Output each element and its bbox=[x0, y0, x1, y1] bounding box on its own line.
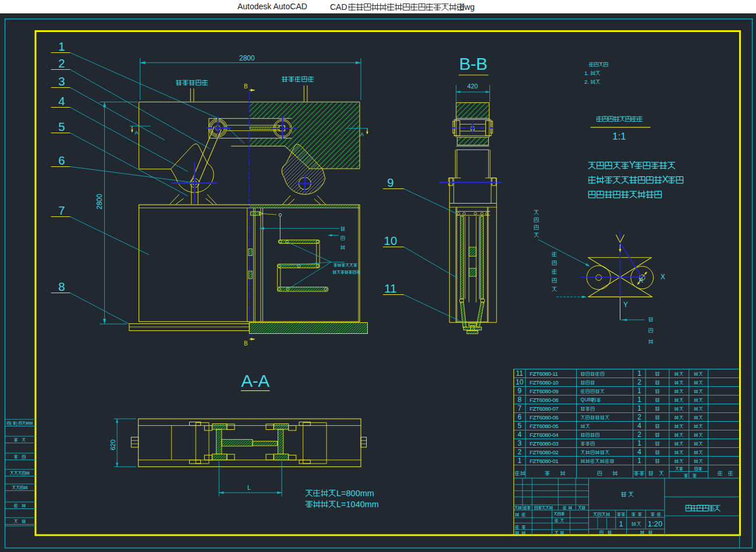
svg-text:10: 10 bbox=[516, 378, 524, 386]
svg-text:): ) bbox=[16, 421, 17, 426]
svg-text:.dwg: .dwg bbox=[457, 2, 475, 12]
svg-text:2: 2 bbox=[58, 56, 65, 70]
svg-text:1: 1 bbox=[637, 457, 641, 465]
svg-text:4: 4 bbox=[517, 430, 521, 439]
svg-text:FZT6080-04: FZT6080-04 bbox=[530, 432, 559, 438]
svg-text:4: 4 bbox=[637, 422, 641, 430]
svg-text:2800: 2800 bbox=[239, 54, 255, 62]
svg-text:Y: Y bbox=[629, 160, 636, 170]
svg-text:B: B bbox=[244, 340, 248, 347]
svg-text:1:20: 1:20 bbox=[648, 519, 662, 528]
svg-text:6: 6 bbox=[58, 154, 65, 167]
svg-text:1: 1 bbox=[619, 519, 623, 528]
svg-text:3: 3 bbox=[517, 439, 521, 447]
svg-text:1: 1 bbox=[637, 439, 641, 447]
svg-text:2800: 2800 bbox=[95, 194, 104, 209]
svg-text:1: 1 bbox=[58, 40, 65, 53]
svg-text:620: 620 bbox=[109, 440, 116, 450]
svg-text:7: 7 bbox=[517, 404, 521, 412]
svg-text:FZT6080-11: FZT6080-11 bbox=[530, 371, 558, 377]
svg-text:L: L bbox=[247, 484, 251, 491]
svg-text:B-B: B-B bbox=[459, 54, 488, 73]
svg-text:1: 1 bbox=[637, 396, 641, 404]
svg-text:L=800mm: L=800mm bbox=[336, 489, 374, 498]
svg-text:FZT6080-08: FZT6080-08 bbox=[530, 397, 559, 403]
svg-text:2: 2 bbox=[637, 413, 641, 421]
svg-text:A: A bbox=[360, 131, 364, 137]
svg-text:2: 2 bbox=[637, 378, 641, 386]
svg-text:11: 11 bbox=[384, 282, 396, 295]
svg-text:FZT6080-10: FZT6080-10 bbox=[530, 379, 559, 386]
svg-text:5: 5 bbox=[58, 120, 65, 133]
svg-text:FZT6080-06: FZT6080-06 bbox=[530, 414, 559, 421]
svg-text:4: 4 bbox=[637, 448, 641, 456]
svg-text:FZT6080-03: FZT6080-03 bbox=[530, 440, 559, 447]
svg-text:9: 9 bbox=[517, 387, 521, 395]
svg-text:Y: Y bbox=[623, 301, 628, 309]
svg-text:1:1: 1:1 bbox=[612, 131, 626, 142]
svg-text:2.: 2. bbox=[584, 79, 589, 85]
svg-text:10: 10 bbox=[384, 234, 397, 247]
svg-text:2: 2 bbox=[517, 448, 521, 456]
svg-text:QU80: QU80 bbox=[581, 397, 594, 403]
svg-text:R: R bbox=[639, 277, 643, 284]
svg-text:A-A: A-A bbox=[241, 371, 269, 390]
svg-text:FZT6080-09: FZT6080-09 bbox=[530, 388, 558, 394]
svg-text:7: 7 bbox=[58, 204, 65, 217]
svg-text:1: 1 bbox=[637, 387, 641, 395]
svg-text:1: 1 bbox=[517, 457, 521, 465]
svg-text:L=1040mm: L=1040mm bbox=[336, 500, 379, 509]
svg-text:6: 6 bbox=[517, 413, 521, 421]
svg-text:B: B bbox=[244, 83, 248, 90]
svg-text:A: A bbox=[135, 130, 139, 136]
svg-text:FZT6080-02: FZT6080-02 bbox=[530, 449, 558, 455]
svg-text:4: 4 bbox=[58, 94, 65, 108]
svg-text:Autodesk AutoCAD: Autodesk AutoCAD bbox=[237, 2, 307, 11]
svg-text:X: X bbox=[661, 273, 665, 281]
svg-text:2: 2 bbox=[637, 430, 641, 439]
svg-text:8: 8 bbox=[517, 396, 521, 404]
svg-text:1.: 1. bbox=[584, 70, 589, 76]
svg-text:8: 8 bbox=[58, 280, 65, 293]
svg-text:1: 1 bbox=[637, 369, 641, 378]
svg-text:420: 420 bbox=[467, 83, 478, 90]
svg-text:FZT6080-07: FZT6080-07 bbox=[530, 405, 558, 412]
svg-text:CAD: CAD bbox=[330, 2, 347, 12]
svg-text:11: 11 bbox=[516, 369, 524, 378]
svg-text:9: 9 bbox=[387, 176, 393, 189]
svg-text:3: 3 bbox=[58, 74, 65, 88]
svg-text:FZT6080-05: FZT6080-05 bbox=[530, 423, 559, 429]
svg-text:FZT6080-01: FZT6080-01 bbox=[530, 458, 558, 464]
svg-text:1: 1 bbox=[637, 404, 641, 412]
svg-text:X: X bbox=[662, 174, 669, 184]
svg-text:5: 5 bbox=[517, 422, 521, 430]
